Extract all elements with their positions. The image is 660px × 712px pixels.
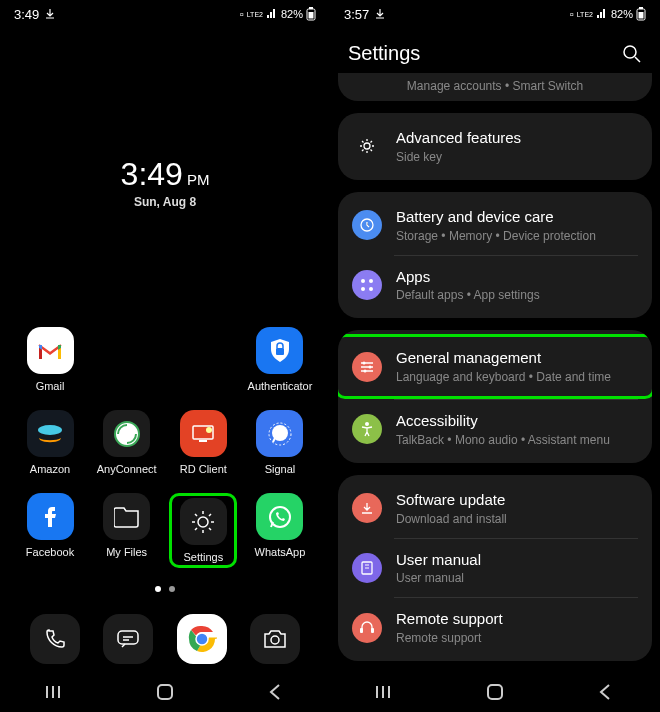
svg-rect-22 (639, 12, 644, 19)
app-gmail[interactable]: Gmail (16, 327, 84, 392)
app-rdclient[interactable]: RD Client (169, 410, 237, 475)
advanced-icon (352, 131, 382, 161)
app-facebook[interactable]: Facebook (16, 493, 84, 568)
home-screen: 3:49 ▫ LTE2 82% 3:49PM Sun, Aug 8 (0, 0, 330, 712)
battery-text: 82% (611, 8, 633, 20)
support-icon (352, 613, 382, 643)
status-time: 3:57 (344, 7, 369, 22)
settings-item-advanced-features[interactable]: Advanced features Side key (338, 117, 652, 176)
svg-rect-3 (276, 348, 284, 355)
nav-home[interactable] (465, 683, 525, 701)
settings-item-battery[interactable]: Battery and device care Storage • Memory… (338, 196, 652, 255)
dock-chrome[interactable] (177, 614, 227, 664)
nav-recents[interactable] (25, 685, 85, 699)
item-title: Remote support (396, 610, 638, 629)
page-title: Settings (348, 42, 420, 65)
accessibility-icon (352, 414, 382, 444)
dock (0, 614, 330, 670)
app-whatsapp[interactable]: WhatsApp (246, 493, 314, 568)
settings-screen: 3:57 ▫ LTE2 82% Settings Manage accounts… (330, 0, 660, 712)
svg-point-23 (624, 46, 636, 58)
item-title: Software update (396, 491, 638, 510)
app-signal[interactable]: Signal (246, 410, 314, 475)
nav-bar (330, 672, 660, 712)
partial-group-top[interactable]: Manage accounts • Smart Switch (338, 73, 652, 101)
svg-point-9 (206, 427, 212, 433)
download-icon (45, 9, 55, 19)
clock-widget[interactable]: 3:49PM Sun, Aug 8 (0, 156, 330, 209)
svg-point-12 (198, 517, 208, 527)
item-subtitle: Language and keyboard • Date and time (396, 370, 638, 384)
svg-point-18 (271, 636, 279, 644)
app-anyconnect[interactable]: AnyConnect (93, 410, 161, 475)
gear-icon (189, 508, 217, 536)
settings-item-remote-support[interactable]: Remote support Remote support (338, 598, 652, 657)
nav-home[interactable] (135, 683, 195, 701)
app-label: Authenticator (248, 380, 313, 392)
battery-text: 82% (281, 8, 303, 20)
item-subtitle: TalkBack • Mono audio • Assistant menu (396, 433, 638, 447)
nav-recents[interactable] (355, 685, 415, 699)
item-subtitle: Download and install (396, 512, 638, 526)
settings-item-accessibility[interactable]: Accessibility TalkBack • Mono audio • As… (338, 400, 652, 459)
item-title: User manual (396, 551, 638, 570)
item-subtitle: Storage • Memory • Device protection (396, 229, 638, 243)
app-label: Amazon (30, 463, 70, 475)
app-grid: Gmail Authenticator Amazon (0, 327, 330, 568)
sim-icon: ▫ (570, 8, 574, 20)
apps-icon (352, 270, 382, 300)
settings-item-general-management[interactable]: General management Language and keyboard… (338, 334, 652, 399)
battery-icon (306, 7, 316, 21)
svg-point-27 (369, 279, 373, 283)
svg-rect-1 (309, 7, 313, 9)
status-time: 3:49 (14, 7, 39, 22)
dock-phone[interactable] (30, 614, 80, 664)
settings-item-apps[interactable]: Apps Default apps • App settings (338, 256, 652, 315)
network-label: LTE2 (577, 11, 593, 18)
item-title: Accessibility (396, 412, 638, 431)
battery-icon (636, 7, 646, 21)
item-title: General management (396, 349, 638, 368)
settings-item-user-manual[interactable]: User manual User manual (338, 539, 652, 598)
search-icon[interactable] (622, 44, 642, 64)
item-subtitle: User manual (396, 571, 638, 585)
svg-point-4 (38, 425, 62, 435)
signal-icon (266, 9, 278, 19)
app-settings[interactable]: Settings (169, 493, 237, 568)
item-subtitle: Default apps • App settings (396, 288, 638, 302)
app-myfiles[interactable]: My Files (93, 493, 161, 568)
dock-camera[interactable] (250, 614, 300, 664)
app-label: AnyConnect (97, 463, 157, 475)
signal-icon (596, 9, 608, 19)
app-label: Facebook (26, 546, 74, 558)
item-title: Advanced features (396, 129, 638, 148)
battery-care-icon (352, 210, 382, 240)
general-icon (352, 352, 382, 382)
svg-rect-37 (488, 685, 502, 699)
clock-time: 3:49 (121, 156, 183, 192)
nav-bar (0, 672, 330, 712)
download-icon (375, 9, 385, 19)
app-amazon[interactable]: Amazon (16, 410, 84, 475)
item-title: Battery and device care (396, 208, 638, 227)
settings-item-software-update[interactable]: Software update Download and install (338, 479, 652, 538)
svg-point-30 (363, 361, 366, 364)
app-label: RD Client (180, 463, 227, 475)
settings-list[interactable]: Manage accounts • Smart Switch Advanced … (330, 73, 660, 661)
nav-back[interactable] (245, 684, 305, 700)
dock-messages[interactable] (103, 614, 153, 664)
app-label: Gmail (36, 380, 65, 392)
page-indicator (0, 586, 330, 592)
app-authenticator[interactable]: Authenticator (246, 327, 314, 392)
svg-rect-2 (309, 12, 314, 19)
app-label: My Files (106, 546, 147, 558)
item-title: Apps (396, 268, 638, 287)
nav-back[interactable] (575, 684, 635, 700)
status-bar: 3:57 ▫ LTE2 82% (330, 0, 660, 28)
svg-point-29 (369, 287, 373, 291)
svg-point-33 (365, 422, 369, 426)
network-label: LTE2 (247, 11, 263, 18)
svg-point-31 (369, 365, 372, 368)
app-label: WhatsApp (255, 546, 306, 558)
svg-point-26 (361, 279, 365, 283)
